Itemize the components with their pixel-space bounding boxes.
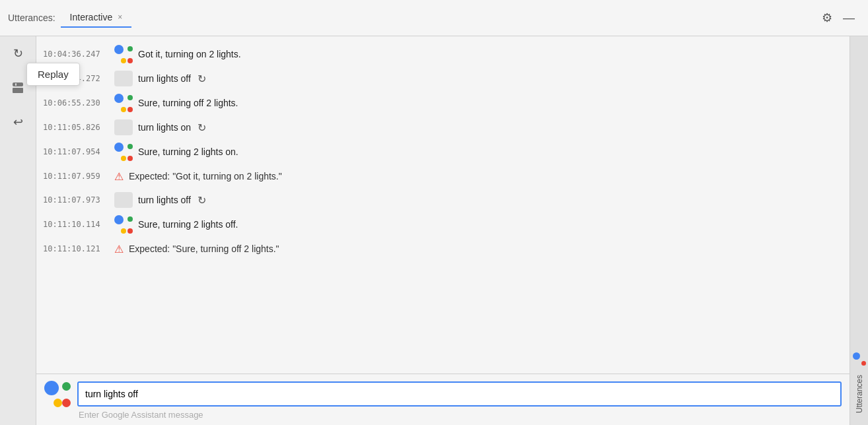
replay-button[interactable]: ↻: [196, 121, 207, 134]
undo-icon[interactable]: ↩: [7, 112, 28, 133]
message-text: turn lights off: [138, 195, 191, 205]
message-row: 10:11:07.973 turn lights off ↻: [36, 188, 850, 212]
replay-tooltip: Replay: [26, 63, 80, 86]
utterances-sidebar-label[interactable]: Utterances: [855, 370, 864, 418]
message-row: 10:11:05.826 turn lights on ↻: [36, 115, 850, 139]
error-icon: ⚠: [114, 243, 124, 255]
interactive-tab[interactable]: Interactive ×: [61, 8, 132, 28]
message-row: 10:06:55.230 Sure, turning off 2 lights.: [36, 90, 850, 115]
user-avatar-large: [44, 381, 71, 407]
utterances-label: Utterances:: [8, 13, 55, 23]
message-text: Sure, turning off 2 lights.: [138, 98, 238, 108]
tab-label: Interactive: [70, 12, 113, 22]
content-area: 10:04:36.247 Got it, turning on 2 lights…: [36, 36, 850, 425]
assistant-avatar: [114, 45, 133, 63]
error-text: Expected: "Sure, turning off 2 lights.": [129, 244, 279, 254]
left-sidebar: ↻ Replay ↩: [0, 36, 36, 425]
input-placeholder: Enter Google Assistant message: [79, 410, 842, 420]
message-text: Sure, turning 2 lights on.: [138, 147, 238, 157]
input-area: Enter Google Assistant message: [36, 374, 850, 425]
user-box: [114, 119, 133, 135]
svg-rect-0: [13, 82, 23, 86]
message-row: 10:11:10.114 Sure, turning 2 lights off.: [36, 212, 850, 237]
timestamp: 10:11:07.973: [43, 195, 109, 205]
timestamp: 10:11:07.959: [43, 172, 109, 181]
right-avatar: [853, 352, 866, 366]
user-row: turn lights off ↻: [114, 71, 207, 86]
error-icon: ⚠: [114, 170, 124, 183]
user-row: turn lights off ↻: [114, 192, 207, 208]
replay-button[interactable]: ↻: [196, 73, 207, 85]
message-text: turn lights on: [138, 122, 191, 133]
tooltip-label: Replay: [38, 69, 69, 80]
minimize-button[interactable]: —: [838, 9, 860, 28]
settings-button[interactable]: ⚙: [816, 8, 838, 28]
user-row: turn lights on ↻: [114, 119, 207, 135]
timestamp: 10:11:07.954: [43, 147, 109, 156]
replay-button[interactable]: ↻: [196, 194, 207, 207]
assistant-avatar: [114, 215, 133, 234]
tab-close-icon[interactable]: ×: [118, 13, 122, 21]
timestamp: 10:11:10.121: [43, 244, 109, 253]
message-text: Got it, turning on 2 lights.: [138, 49, 241, 59]
main-area: ↻ Replay ↩ 10:04:36.247: [0, 36, 868, 425]
error-text: Expected: "Got it, turning on 2 lights.": [129, 171, 282, 181]
assistant-avatar: [114, 143, 133, 161]
message-row: 10:05:14.272 turn lights off ↻: [36, 67, 850, 90]
message-row: 10:11:07.959 ⚠ Expected: "Got it, turnin…: [36, 164, 850, 188]
title-bar: Utterances: Interactive × ⚙ —: [0, 0, 868, 36]
assistant-avatar: [114, 94, 133, 112]
message-input[interactable]: [77, 381, 842, 407]
timestamp: 10:11:10.114: [43, 220, 109, 229]
messages-list: 10:04:36.247 Got it, turning on 2 lights…: [36, 36, 850, 374]
svg-rect-2: [15, 83, 17, 86]
user-box: [114, 192, 133, 208]
right-sidebar[interactable]: Utterances: [850, 36, 868, 425]
message-text: turn lights off: [138, 73, 191, 84]
timestamp: 10:04:36.247: [43, 49, 109, 59]
input-row: [44, 381, 842, 407]
message-row: 10:04:36.247 Got it, turning on 2 lights…: [36, 42, 850, 67]
timestamp: 10:11:05.826: [43, 123, 109, 132]
message-row: 10:11:07.954 Sure, turning 2 lights on.: [36, 139, 850, 164]
message-text: Sure, turning 2 lights off.: [138, 219, 238, 230]
message-row: 10:11:10.121 ⚠ Expected: "Sure, turning …: [36, 237, 850, 261]
replay-icon[interactable]: ↻: [7, 43, 28, 64]
timestamp: 10:06:55.230: [43, 98, 109, 108]
user-box: [114, 71, 133, 86]
svg-rect-1: [13, 88, 23, 93]
save-icon[interactable]: [7, 77, 28, 98]
